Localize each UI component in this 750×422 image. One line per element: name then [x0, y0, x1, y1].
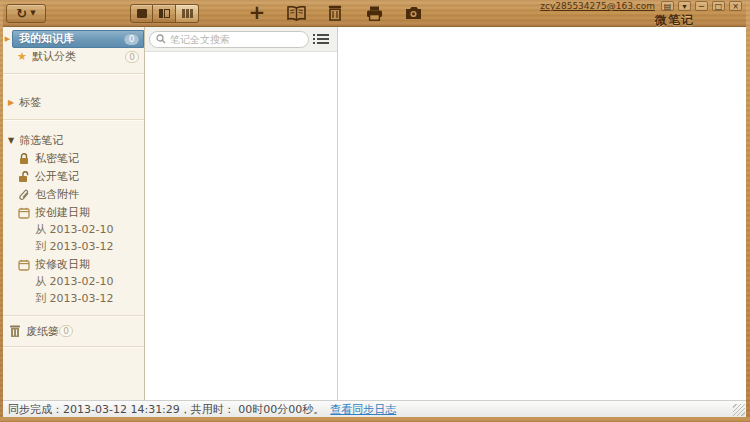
- list-icon: [317, 34, 329, 44]
- note-list-panel: [145, 27, 338, 400]
- minimize-button[interactable]: ─: [695, 1, 708, 11]
- new-note-button[interactable]: +: [247, 3, 267, 23]
- chevron-right-icon: ▶: [8, 99, 14, 107]
- view-sync-log-link[interactable]: 查看同步日志: [330, 402, 396, 417]
- note-list-view-button[interactable]: [313, 30, 333, 48]
- sidebar-item-by-create-date[interactable]: 按创建日期: [3, 204, 144, 221]
- app-window: ↻ ▼ +: [0, 0, 750, 422]
- sidebar-item-trash[interactable]: 废纸篓 0: [3, 322, 144, 340]
- default-category-count-badge: 0: [125, 51, 139, 63]
- sync-icon: ↻: [16, 7, 27, 20]
- sidebar-item-public-notes[interactable]: 公开笔记: [3, 168, 144, 185]
- view-mode-group: [130, 4, 199, 23]
- private-notes-label: 私密笔记: [35, 151, 79, 166]
- by-create-date-label: 按创建日期: [35, 205, 90, 220]
- knowledge-base-count-badge: 0: [124, 33, 139, 45]
- printer-icon: [366, 6, 383, 21]
- sidebar-item-knowledge-base[interactable]: 我的知识库 0: [12, 30, 144, 48]
- note-list-body[interactable]: [145, 52, 337, 400]
- trash-count-badge: 0: [59, 325, 73, 337]
- search-strip: [145, 27, 337, 52]
- trash-icon: [328, 5, 342, 21]
- calendar-icon: [18, 259, 30, 271]
- wastebasket-icon: [8, 325, 21, 338]
- modify-date-to[interactable]: 到 2013-03-12: [3, 290, 144, 307]
- search-box[interactable]: [149, 31, 309, 48]
- lock-closed-icon: [18, 153, 30, 165]
- knowledge-base-row: ▶ 我的知识库 0: [3, 29, 144, 48]
- toolbar-actions: +: [247, 3, 423, 23]
- has-attachments-label: 包含附件: [35, 187, 79, 202]
- sync-dropdown-caret-icon: ▼: [30, 10, 35, 17]
- app-title: 微笔记: [655, 12, 694, 29]
- status-bar: 同步完成：2013-03-12 14:31:29，共用时： 00时00分00秒。…: [3, 400, 746, 417]
- note-editor-area[interactable]: [338, 27, 746, 400]
- column-view-button[interactable]: [176, 4, 199, 23]
- knowledge-base-label: 我的知识库: [19, 31, 124, 46]
- tags-label: 标签: [19, 95, 41, 110]
- delete-button[interactable]: [325, 3, 345, 23]
- sidebar-item-private-notes[interactable]: 私密笔记: [3, 150, 144, 167]
- notebook-icon: [287, 6, 306, 21]
- dropdown-button[interactable]: ▾: [678, 1, 691, 11]
- modify-date-to-label: 到 2013-03-12: [35, 291, 113, 306]
- toolbar: ↻ ▼ +: [0, 0, 750, 27]
- public-notes-label: 公开笔记: [35, 169, 79, 184]
- filter-notes-label: 筛选笔记: [19, 133, 63, 148]
- create-date-from[interactable]: 从 2013-02-10: [3, 221, 144, 238]
- resize-grip[interactable]: [733, 404, 745, 416]
- calendar-icon: [18, 207, 30, 219]
- create-date-to-label: 到 2013-03-12: [35, 239, 113, 254]
- chevron-down-icon: ▼: [8, 137, 14, 145]
- toolbar-right: zcy285534275@163.com ▤ ▾ ─ □ × 微笔记: [540, 1, 742, 29]
- sidebar-item-has-attachments[interactable]: 包含附件: [3, 186, 144, 203]
- close-button[interactable]: ×: [729, 1, 742, 11]
- modify-date-from[interactable]: 从 2013-02-10: [3, 273, 144, 290]
- split-view-button[interactable]: [153, 4, 176, 23]
- window-frame-right: [746, 0, 750, 422]
- trash-label: 废纸篓: [26, 324, 59, 339]
- screenshot-button[interactable]: [403, 3, 423, 23]
- sync-status-text: 同步完成：2013-03-12 14:31:29，共用时： 00时00分00秒。: [8, 402, 324, 417]
- window-frame-bottom: [0, 417, 750, 422]
- sidebar-divider: [3, 346, 144, 347]
- new-note-plus-icon: +: [249, 2, 266, 22]
- window-controls: ▤ ▾ ─ □ ×: [661, 1, 742, 11]
- paperclip-icon: [18, 189, 30, 201]
- list-view-button[interactable]: [130, 4, 153, 23]
- lock-open-icon: [18, 171, 30, 183]
- list-view-icon: [137, 9, 147, 18]
- by-modify-date-label: 按修改日期: [35, 257, 90, 272]
- search-input[interactable]: [170, 34, 302, 45]
- sidebar-item-filter-notes[interactable]: ▼ 筛选笔记: [3, 132, 144, 149]
- search-icon: [156, 34, 166, 44]
- expand-arrow-icon[interactable]: ▶: [3, 35, 12, 43]
- modify-date-from-label: 从 2013-02-10: [35, 274, 113, 289]
- sidebar: ▶ 我的知识库 0 ★ 默认分类 0 ▶ 标签 ▼: [3, 27, 145, 400]
- maximize-button[interactable]: □: [712, 1, 725, 11]
- body-area: ▶ 我的知识库 0 ★ 默认分类 0 ▶ 标签 ▼: [3, 27, 746, 400]
- menu-button[interactable]: ▤: [661, 1, 674, 11]
- sidebar-item-default-category[interactable]: ★ 默认分类 0: [3, 48, 144, 65]
- window-frame-left: [0, 0, 3, 422]
- create-date-to[interactable]: 到 2013-03-12: [3, 238, 144, 255]
- sidebar-item-tags[interactable]: ▶ 标签: [3, 94, 144, 111]
- print-button[interactable]: [364, 3, 384, 23]
- camera-icon: [405, 6, 422, 20]
- star-icon: ★: [17, 51, 27, 62]
- default-category-label: 默认分类: [32, 49, 125, 64]
- notebook-button[interactable]: [286, 3, 306, 23]
- create-date-from-label: 从 2013-02-10: [35, 222, 113, 237]
- sync-button[interactable]: ↻ ▼: [6, 4, 46, 23]
- split-view-icon: [159, 9, 170, 18]
- column-view-icon: [182, 9, 193, 18]
- account-email-link[interactable]: zcy285534275@163.com: [540, 1, 655, 11]
- sidebar-item-by-modify-date[interactable]: 按修改日期: [3, 256, 144, 273]
